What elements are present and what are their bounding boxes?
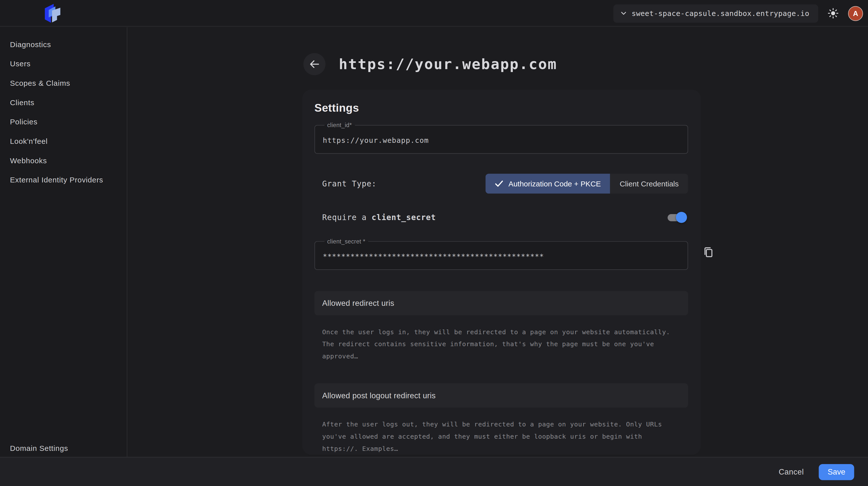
client-secret-field[interactable]: client_secret * ************************… (314, 238, 688, 270)
page-title: https://your.webapp.com (339, 56, 557, 72)
sidebar-item-domain-settings[interactable]: Domain Settings (0, 439, 127, 458)
allowed-redirect-uris-description: Once the user logs in, they will be redi… (322, 326, 672, 362)
user-avatar[interactable]: A (848, 6, 863, 21)
grant-type-segmented-control: Authorization Code + PKCE Client Credent… (486, 174, 688, 194)
grant-type-row: Grant Type: Authorization Code + PKCE Cl… (314, 174, 688, 194)
app-logo-icon[interactable] (41, 3, 64, 25)
sidebar-item-looknfeel[interactable]: Look'n'feel (0, 132, 127, 151)
copy-secret-button[interactable] (702, 245, 715, 259)
sidebar: Diagnostics Users Scopes & Claims Client… (0, 27, 127, 486)
grant-option-label: Client Credentials (620, 180, 679, 188)
chevron-down-icon (621, 12, 626, 15)
action-bar: Cancel Save (0, 457, 868, 486)
header-actions: sweet-space-capsule.sandbox.entrypage.io (613, 0, 863, 27)
sun-icon (828, 8, 839, 19)
sidebar-item-external-identity-providers[interactable]: External Identity Providers (0, 170, 127, 190)
section-title: Allowed post logout redirect uris (322, 391, 436, 400)
client-secret-value[interactable]: ****************************************… (321, 249, 681, 262)
sidebar-nav: Diagnostics Users Scopes & Claims Client… (0, 27, 127, 190)
sidebar-item-diagnostics[interactable]: Diagnostics (0, 35, 127, 54)
avatar-letter: A (853, 9, 858, 18)
sidebar-item-webhooks[interactable]: Webhooks (0, 151, 127, 170)
settings-card: Settings client_id* https://your.webapp.… (302, 90, 701, 455)
top-bar: sweet-space-capsule.sandbox.entrypage.io (0, 0, 868, 27)
require-secret-toggle[interactable] (668, 214, 685, 221)
client-id-label: client_id* (324, 122, 355, 128)
client-id-field[interactable]: client_id* https://your.webapp.com (314, 122, 688, 154)
cancel-button[interactable]: Cancel (779, 467, 804, 476)
save-button[interactable]: Save (819, 464, 854, 480)
main-content: https://your.webapp.com Settings client_… (128, 27, 868, 457)
title-row: https://your.webapp.com (303, 53, 557, 75)
allowed-post-logout-redirect-uris-description: After the user logs out, they will be re… (322, 418, 672, 455)
allowed-post-logout-redirect-uris-section[interactable]: Allowed post logout redirect uris (314, 383, 688, 408)
sidebar-item-users[interactable]: Users (0, 54, 127, 74)
card-title: Settings (314, 102, 688, 115)
sidebar-item-policies[interactable]: Policies (0, 112, 127, 132)
client-secret-block: client_secret * ************************… (314, 230, 688, 270)
sidebar-item-scopes-claims[interactable]: Scopes & Claims (0, 73, 127, 93)
grant-type-label: Grant Type: (314, 179, 377, 188)
copy-icon (702, 245, 715, 258)
app-window: sweet-space-capsule.sandbox.entrypage.io (0, 0, 868, 486)
section-title: Allowed redirect uris (322, 299, 394, 307)
grant-option-authorization-code-pkce[interactable]: Authorization Code + PKCE (486, 174, 610, 194)
check-icon (495, 181, 503, 187)
domain-name: sweet-space-capsule.sandbox.entrypage.io (631, 9, 809, 18)
domain-selector[interactable]: sweet-space-capsule.sandbox.entrypage.io (613, 4, 818, 23)
require-secret-label: Require a client_secret (314, 213, 436, 222)
require-secret-row: Require a client_secret (314, 213, 688, 222)
back-button[interactable] (303, 53, 326, 75)
client-id-value[interactable]: https://your.webapp.com (321, 133, 681, 145)
toggle-thumb (676, 212, 687, 223)
theme-toggle-button[interactable] (826, 6, 840, 21)
allowed-redirect-uris-section[interactable]: Allowed redirect uris (314, 291, 688, 315)
grant-option-client-credentials[interactable]: Client Credentials (610, 174, 688, 194)
client-secret-label: client_secret * (324, 238, 368, 245)
arrow-left-icon (308, 58, 320, 70)
sidebar-item-clients[interactable]: Clients (0, 93, 127, 112)
grant-option-label: Authorization Code + PKCE (508, 180, 601, 188)
